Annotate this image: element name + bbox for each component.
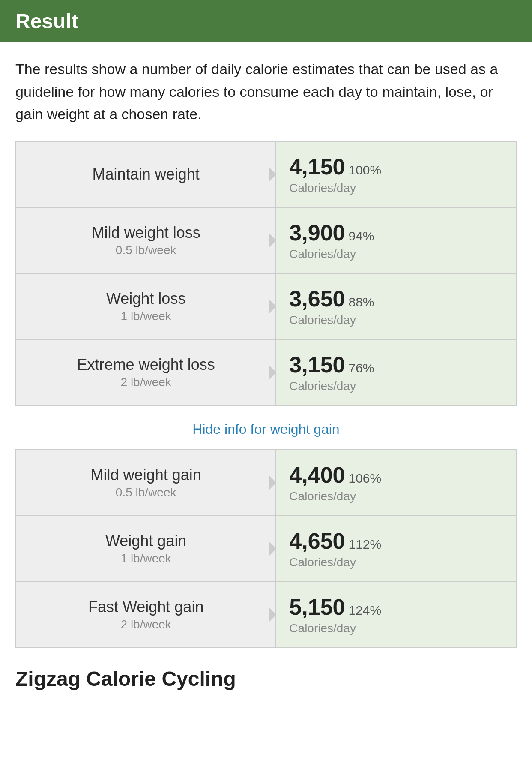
calories-percent: 76%	[349, 361, 374, 375]
calories-unit: Calories/day	[289, 181, 356, 195]
value-row: 3,15076%	[289, 352, 374, 378]
weight-loss-table-container: Maintain weight4,150100%Calories/dayMild…	[0, 141, 532, 406]
calories-value: 3,150	[289, 352, 345, 378]
weight-loss-table: Maintain weight4,150100%Calories/dayMild…	[15, 141, 517, 406]
value-row: 5,150124%	[289, 594, 381, 620]
calories-value: 3,650	[289, 286, 345, 312]
table-row: Extreme weight loss2 lb/week3,15076%Calo…	[16, 339, 516, 406]
result-header: Result	[0, 0, 532, 42]
value-inner: 5,150124%Calories/day	[289, 594, 503, 635]
arrow-icon	[269, 167, 276, 182]
label-sub: 1 lb/week	[29, 309, 263, 323]
label-main: Weight loss	[29, 290, 263, 308]
value-cell: 3,90094%Calories/day	[276, 207, 516, 273]
label-cell: Fast Weight gain2 lb/week	[16, 582, 276, 648]
result-title: Result	[15, 10, 78, 33]
arrow-icon	[269, 365, 276, 380]
table-row: Fast Weight gain2 lb/week5,150124%Calori…	[16, 582, 516, 648]
label-main: Mild weight gain	[29, 466, 263, 484]
calories-unit: Calories/day	[289, 490, 356, 503]
value-cell: 3,15076%Calories/day	[276, 339, 516, 406]
value-row: 4,400106%	[289, 462, 381, 488]
value-inner: 3,90094%Calories/day	[289, 220, 503, 261]
label-sub: 0.5 lb/week	[29, 486, 263, 499]
arrow-icon	[269, 233, 276, 248]
value-row: 3,65088%	[289, 286, 374, 312]
label-main: Weight gain	[29, 532, 263, 550]
value-cell: 4,150100%Calories/day	[276, 141, 516, 207]
calories-value: 4,150	[289, 154, 345, 180]
value-cell: 5,150124%Calories/day	[276, 582, 516, 648]
label-sub: 1 lb/week	[29, 552, 263, 565]
value-cell: 4,650112%Calories/day	[276, 516, 516, 582]
table-row: Mild weight gain0.5 lb/week4,400106%Calo…	[16, 450, 516, 516]
arrow-icon	[269, 475, 276, 490]
calories-unit: Calories/day	[289, 313, 356, 327]
value-inner: 3,65088%Calories/day	[289, 286, 503, 327]
label-sub: 2 lb/week	[29, 375, 263, 389]
label-cell: Mild weight gain0.5 lb/week	[16, 450, 276, 516]
value-cell: 4,400106%Calories/day	[276, 450, 516, 516]
weight-gain-table-container: Mild weight gain0.5 lb/week4,400106%Calo…	[0, 449, 532, 648]
calories-percent: 112%	[349, 537, 382, 552]
value-row: 4,650112%	[289, 528, 381, 554]
value-inner: 3,15076%Calories/day	[289, 352, 503, 393]
label-cell: Maintain weight	[16, 141, 276, 207]
value-inner: 4,150100%Calories/day	[289, 154, 503, 195]
arrow-icon	[269, 541, 276, 556]
label-sub: 0.5 lb/week	[29, 243, 263, 257]
label-main: Maintain weight	[29, 165, 263, 183]
calories-percent: 100%	[349, 163, 382, 177]
calories-unit: Calories/day	[289, 556, 356, 569]
table-row: Maintain weight4,150100%Calories/day	[16, 141, 516, 207]
table-row: Weight gain1 lb/week4,650112%Calories/da…	[16, 516, 516, 582]
value-cell: 3,65088%Calories/day	[276, 273, 516, 339]
calories-percent: 124%	[349, 603, 382, 618]
calories-unit: Calories/day	[289, 247, 356, 261]
value-inner: 4,650112%Calories/day	[289, 528, 503, 569]
label-main: Extreme weight loss	[29, 356, 263, 374]
table-row: Weight loss1 lb/week3,65088%Calories/day	[16, 273, 516, 339]
label-sub: 2 lb/week	[29, 618, 263, 631]
value-row: 4,150100%	[289, 154, 381, 180]
calories-percent: 94%	[349, 229, 374, 243]
calories-unit: Calories/day	[289, 379, 356, 393]
label-main: Fast Weight gain	[29, 598, 263, 616]
calories-value: 4,400	[289, 462, 345, 488]
calories-value: 4,650	[289, 528, 345, 554]
calories-percent: 88%	[349, 295, 374, 309]
label-cell: Extreme weight loss2 lb/week	[16, 339, 276, 406]
value-inner: 4,400106%Calories/day	[289, 462, 503, 503]
label-cell: Weight gain1 lb/week	[16, 516, 276, 582]
value-row: 3,90094%	[289, 220, 374, 246]
label-main: Mild weight loss	[29, 224, 263, 242]
calories-value: 5,150	[289, 594, 345, 620]
zigzag-heading-text: Zigzag Calorie Cycling	[15, 667, 236, 690]
hide-info-link[interactable]: Hide info for weight gain	[0, 409, 532, 449]
calories-percent: 106%	[349, 471, 382, 486]
calories-unit: Calories/day	[289, 622, 356, 635]
table-row: Mild weight loss0.5 lb/week3,90094%Calor…	[16, 207, 516, 273]
arrow-icon	[269, 299, 276, 314]
arrow-icon	[269, 607, 276, 622]
label-cell: Weight loss1 lb/week	[16, 273, 276, 339]
label-cell: Mild weight loss0.5 lb/week	[16, 207, 276, 273]
weight-gain-table: Mild weight gain0.5 lb/week4,400106%Calo…	[15, 449, 517, 648]
description-text: The results show a number of daily calor…	[0, 42, 532, 141]
calories-value: 3,900	[289, 220, 345, 246]
zigzag-heading: Zigzag Calorie Cycling	[0, 652, 532, 694]
